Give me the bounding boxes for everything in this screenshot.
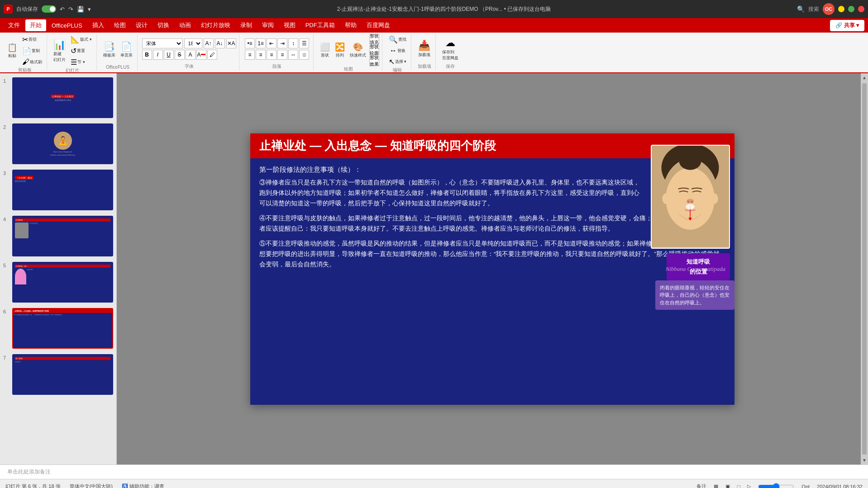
menu-animation[interactable]: 动画: [175, 19, 196, 31]
font-size-select[interactable]: 18: [184, 38, 202, 48]
clear-format[interactable]: ✕A: [226, 38, 236, 48]
list-bullet-btn[interactable]: •≡: [245, 38, 255, 48]
slide-thumb-5[interactable]: 5 注意事项（续） 修法说明: [2, 261, 114, 304]
slide-thumb-6[interactable]: 6 止禅业处—入出息念—知道呼吸的四个阶段 第一阶段修法的注意事项（续）：③禅修…: [2, 307, 114, 350]
menu-transition[interactable]: 切换: [153, 19, 174, 31]
layout-button[interactable]: 📐 版式 ▾: [69, 34, 94, 45]
shape-fill-btn[interactable]: 形状填充: [369, 34, 379, 44]
zoom-slider[interactable]: [758, 483, 794, 488]
user-avatar[interactable]: OC: [823, 3, 835, 15]
menu-record[interactable]: 录制: [236, 19, 257, 31]
view-normal-btn[interactable]: ▦: [714, 483, 718, 488]
slide-image-3[interactable]: 《大古典》修法 修法内容说明: [12, 170, 113, 210]
slide-thumb-7[interactable]: 7 第二阶段 内容说明: [2, 353, 114, 396]
slide-image-5[interactable]: 注意事项（续） 修法说明: [12, 262, 113, 303]
notes-button[interactable]: 备注: [696, 483, 706, 488]
notes-bar[interactable]: 单击此处添加备注: [0, 464, 868, 479]
slide-image-4[interactable]: 注意事项 文字内容说明: [12, 216, 113, 256]
menu-slideshow[interactable]: 幻灯片放映: [196, 19, 235, 31]
indent-decrease-btn[interactable]: ⇤: [267, 38, 277, 48]
autosave-toggle[interactable]: [42, 5, 56, 13]
menu-draw[interactable]: 绘图: [110, 19, 130, 31]
find-button[interactable]: 🔍 查找: [387, 34, 408, 45]
save-baidu-button[interactable]: ☁ 保存到百度网盘: [440, 36, 460, 62]
share-button[interactable]: 🔗 共享 ▾: [830, 20, 864, 31]
notes-placeholder[interactable]: 单击此处添加备注: [7, 468, 51, 476]
slide-image-7[interactable]: 第二阶段 内容说明: [12, 354, 113, 395]
slide-image-6[interactable]: 止禅业处—入出息念—知道呼吸的四个阶段 第一阶段修法的注意事项（续）：③禅修者应…: [12, 308, 113, 349]
strikethrough-button[interactable]: S: [175, 50, 185, 60]
paste-button[interactable]: 📋 粘贴: [5, 42, 19, 60]
view-slide-btn[interactable]: ▣: [725, 483, 730, 488]
section-button[interactable]: ☰ 节 ▾: [69, 57, 94, 67]
toolbar-custom[interactable]: ▾: [88, 6, 91, 13]
slide-canvas[interactable]: 止禅业处 — 入出息念 — 知道呼吸的四个阶段 第一阶段修法的注意事项（续）： …: [250, 133, 734, 405]
line-spacing-btn[interactable]: ↕: [288, 38, 298, 48]
align-left-btn[interactable]: ≡: [245, 50, 255, 60]
highlight-btn[interactable]: 🖊: [207, 50, 217, 60]
slide-thumb-3[interactable]: 3 《大古典》修法 修法内容说明: [2, 168, 114, 212]
scroll-thumb[interactable]: [862, 83, 867, 455]
copy-button[interactable]: 📄 复制: [20, 46, 44, 56]
template-icon: 📑: [104, 41, 115, 52]
template-button[interactable]: 📑 模板库: [101, 40, 117, 59]
font-color-btn[interactable]: A: [196, 50, 206, 60]
toolbar-save-icon[interactable]: 💾: [77, 6, 84, 13]
slide-image-1[interactable]: 止禅业处 — 入出息念 知道呼吸的四个阶段: [12, 77, 113, 118]
smartart-btn[interactable]: ⎅: [299, 50, 309, 60]
slide-thumb-4[interactable]: 4 注意事项 文字内容说明: [2, 214, 114, 258]
shape-effect-btn[interactable]: 形状效果: [369, 56, 379, 66]
menu-review[interactable]: 审阅: [258, 19, 278, 31]
align-justify-btn[interactable]: ≡: [277, 50, 287, 60]
bold-button[interactable]: B: [142, 50, 152, 60]
title-bar: P 自动保存 ↶ ↷ 💾 ▾ 2-止观禅法-止禅业处-1安般念入门-1呼吸的四个…: [0, 0, 868, 18]
shape-outline-btn[interactable]: 形状轮廓: [369, 45, 379, 55]
addins-button[interactable]: 📥 加载项: [416, 39, 432, 59]
menu-home[interactable]: 开始: [25, 19, 46, 31]
indent-increase-btn[interactable]: ⇥: [277, 38, 287, 48]
menu-view[interactable]: 视图: [279, 19, 300, 31]
shapes-button[interactable]: ⬜ 形状: [318, 41, 332, 59]
slide-thumb-2[interactable]: 2 🧘 Namo tassa bhagavato arahato sammāsa…: [2, 122, 114, 166]
search-input-label[interactable]: 搜索: [808, 5, 819, 13]
menu-file[interactable]: 文件: [4, 19, 24, 31]
accessibility-info[interactable]: ♿ 辅助功能：调查: [122, 483, 164, 488]
text-direction-btn[interactable]: ↔: [288, 50, 298, 60]
window-close[interactable]: [858, 6, 864, 12]
menu-baidu[interactable]: 百度网盘: [362, 19, 395, 31]
window-min[interactable]: [838, 6, 844, 12]
scroll-up-arrow[interactable]: ▲: [860, 73, 868, 82]
arrange-button[interactable]: 🔀 排列: [333, 41, 347, 59]
menu-pdf[interactable]: PDF工具箱: [301, 19, 339, 31]
new-slide-button[interactable]: 📊 新建幻灯片: [52, 38, 67, 64]
window-max[interactable]: [848, 6, 854, 12]
slide-image-2[interactable]: 🧘 Namo tassa bhagavato arahato sammāsamb…: [12, 123, 113, 164]
scroll-down-arrow[interactable]: ▼: [860, 456, 868, 464]
menu-help[interactable]: 帮助: [340, 19, 361, 31]
quick-style-button[interactable]: 🎨 快速样式: [348, 41, 368, 59]
underline-button[interactable]: U: [164, 50, 174, 60]
list-number-btn[interactable]: 1≡: [256, 38, 266, 48]
reset-button[interactable]: ↺ 重置: [69, 46, 94, 56]
menu-design[interactable]: 设计: [131, 19, 152, 31]
align-right-btn[interactable]: ≡: [267, 50, 277, 60]
toolbar-redo[interactable]: ↷: [68, 6, 73, 13]
italic-button[interactable]: I: [153, 50, 163, 60]
slide-thumb-1[interactable]: 1 止禅业处 — 入出息念 知道呼吸的四个阶段: [2, 76, 114, 119]
font-size-decrease[interactable]: A↓: [215, 38, 225, 48]
font-size-increase[interactable]: A↑: [204, 38, 214, 48]
view-slideshow-btn[interactable]: ▷: [747, 483, 751, 488]
replace-button[interactable]: ↔ 替换: [388, 46, 407, 56]
format-brush-button[interactable]: 🖌 格式刷: [20, 57, 44, 67]
toolbar-undo[interactable]: ↶: [60, 6, 65, 13]
font-family-select[interactable]: 宋体: [142, 38, 183, 48]
shadow-button[interactable]: A: [186, 50, 196, 60]
view-reading-btn[interactable]: □: [737, 484, 740, 488]
cut-button[interactable]: ✂ 剪切: [20, 34, 44, 45]
menu-insert[interactable]: 插入: [88, 19, 109, 31]
select-button[interactable]: ↖ 选择 ▾: [387, 57, 409, 67]
columns-btn[interactable]: ☰: [299, 38, 309, 48]
menu-officeplus[interactable]: OfficePLUS: [47, 20, 87, 31]
align-center-btn[interactable]: ≡: [256, 50, 266, 60]
page-template-button[interactable]: 📄 单页库: [119, 40, 134, 59]
